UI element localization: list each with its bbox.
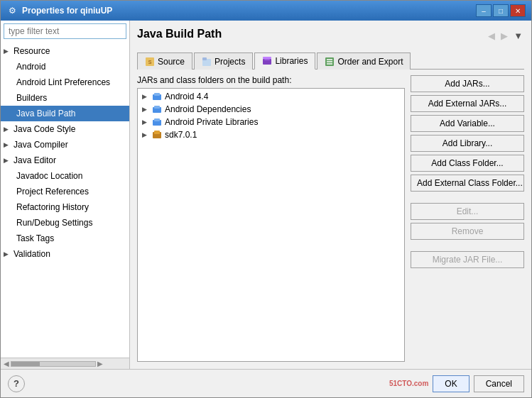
lib-item-android44[interactable]: ▶ Android 4.4 [139, 90, 403, 103]
main-panel: Java Build Path ◀ ▶ ▼ S Source [130, 21, 531, 369]
tab-libraries[interactable]: Libraries [254, 52, 315, 70]
tab-source-label: Source [158, 57, 185, 67]
sidebar-item-java-build-path[interactable]: Java Build Path [1, 106, 129, 121]
expand-arrow: ▶ [4, 248, 12, 260]
tree-container: ▶ Resource Android Android Lint Preferen… [1, 42, 129, 358]
add-class-folder-button[interactable]: Add Class Folder... [411, 155, 524, 172]
forward-button[interactable]: ▶ [499, 31, 509, 41]
list-section: JARs and class folders on the build path… [137, 75, 405, 362]
watermark: 51CTO.com [389, 380, 428, 387]
sidebar-item-label: Builders [16, 92, 47, 104]
sidebar-item-label: Android [16, 60, 45, 73]
sidebar-item-label: Java Code Style [13, 123, 75, 136]
minimize-button[interactable]: – [476, 4, 492, 17]
sidebar-item-validation[interactable]: ▶ Validation [1, 246, 129, 262]
add-external-jars-button[interactable]: Add External JARs... [411, 95, 524, 112]
sidebar-item-java-code-style[interactable]: ▶ Java Code Style [1, 121, 129, 137]
close-button[interactable]: ✕ [510, 4, 526, 17]
sidebar-item-run-debug[interactable]: Run/Debug Settings [1, 215, 129, 231]
title-bar: ⚙ Properties for qiniuUP – □ ✕ [1, 1, 531, 21]
lib-sdk-icon [152, 130, 162, 140]
nav-arrows: ◀ ▶ ▼ [487, 31, 524, 41]
panel-body: JARs and class folders on the build path… [137, 75, 524, 362]
migrate-jar-button[interactable]: Migrate JAR File... [411, 251, 524, 268]
sidebar-item-android[interactable]: Android [1, 59, 129, 74]
lib-item-android-deps[interactable]: ▶ Android Dependencies [139, 103, 403, 116]
expand-arrow: ▶ [4, 123, 12, 136]
add-library-button[interactable]: Add Library... [411, 135, 524, 152]
svg-rect-12 [154, 93, 160, 96]
projects-icon [202, 57, 212, 67]
expand-arrow: ▶ [4, 45, 12, 57]
dropdown-button[interactable]: ▼ [512, 31, 524, 41]
expand-arrow: ▶ [142, 93, 149, 100]
svg-text:S: S [148, 60, 152, 65]
lib-private-icon [152, 117, 162, 127]
sidebar-item-resource[interactable]: ▶ Resource [1, 43, 129, 59]
cancel-button[interactable]: Cancel [474, 375, 524, 392]
svg-rect-14 [154, 106, 160, 109]
buttons-section: Add JARs... Add External JARs... Add Var… [411, 75, 524, 362]
scroll-right-btn[interactable]: ▶ [97, 360, 103, 367]
tab-order-export-label: Order and Export [337, 57, 403, 67]
order-icon [325, 57, 335, 67]
lib-item-label: sdk7.0.1 [165, 130, 197, 140]
svg-rect-6 [263, 57, 271, 59]
remove-button[interactable]: Remove [411, 223, 524, 240]
sidebar: ▶ Resource Android Android Lint Preferen… [1, 21, 130, 369]
scroll-track[interactable] [11, 361, 96, 367]
tab-projects[interactable]: Projects [194, 52, 253, 70]
window-controls: – □ ✕ [476, 4, 526, 17]
expand-arrow: ▶ [4, 154, 12, 167]
bottom-bar: ? 51CTO.com OK Cancel [1, 369, 531, 397]
sidebar-item-java-compiler[interactable]: ▶ Java Compiler [1, 137, 129, 153]
sidebar-item-label: Run/Debug Settings [16, 216, 92, 229]
svg-rect-3 [202, 57, 207, 60]
window-icon: ⚙ [6, 5, 18, 16]
filter-input[interactable] [4, 23, 126, 39]
lib-deps-icon [152, 104, 162, 114]
lib-item-android-private[interactable]: ▶ Android Private Libraries [139, 116, 403, 128]
list-label: JARs and class folders on the build path… [137, 75, 405, 85]
sidebar-item-label: Java Compiler [13, 138, 68, 151]
expand-arrow: ▶ [142, 118, 149, 126]
lib-item-label: Android Dependencies [165, 104, 251, 114]
tab-order-export[interactable]: Order and Export [317, 52, 411, 70]
library-list[interactable]: ▶ Android 4.4 ▶ [137, 88, 405, 362]
edit-button[interactable]: Edit... [411, 203, 524, 220]
sidebar-item-task-tags[interactable]: Task Tags [1, 231, 129, 246]
svg-rect-18 [154, 131, 160, 134]
source-icon: S [145, 57, 155, 67]
sidebar-item-label: Task Tags [16, 232, 54, 245]
lib-item-label: Android Private Libraries [165, 117, 258, 127]
back-button[interactable]: ◀ [487, 31, 496, 41]
ok-button[interactable]: OK [433, 375, 469, 392]
libraries-icon [262, 56, 272, 66]
svg-rect-16 [154, 118, 160, 121]
page-title: Java Build Path [137, 28, 222, 40]
sidebar-item-label: Javadoc Location [16, 170, 82, 182]
add-variable-button[interactable]: Add Variable... [411, 115, 524, 132]
help-button[interactable]: ? [8, 375, 25, 392]
maximize-button[interactable]: □ [493, 4, 509, 17]
add-jars-button[interactable]: Add JARs... [411, 75, 524, 92]
window-title: Properties for qiniuUP [22, 6, 476, 16]
sidebar-item-builders[interactable]: Builders [1, 90, 129, 106]
sidebar-item-refactoring[interactable]: Refactoring History [1, 199, 129, 215]
sidebar-item-label: Refactoring History [16, 201, 89, 214]
sidebar-item-project-refs[interactable]: Project References [1, 184, 129, 199]
expand-arrow: ▶ [4, 138, 12, 151]
sidebar-item-java-editor[interactable]: ▶ Java Editor [1, 153, 129, 168]
lib-item-sdk[interactable]: ▶ sdk7.0.1 [139, 128, 403, 141]
scroll-left-btn[interactable]: ◀ [4, 360, 9, 367]
tab-libraries-label: Libraries [275, 56, 308, 66]
sidebar-item-javadoc[interactable]: Javadoc Location [1, 168, 129, 184]
tab-source[interactable]: S Source [137, 52, 192, 70]
add-external-class-folder-button[interactable]: Add External Class Folder... [411, 175, 524, 192]
expand-arrow: ▶ [142, 131, 149, 138]
sidebar-item-label: Android Lint Preferences [16, 76, 110, 89]
sidebar-scrollbar: ◀ ▶ [1, 358, 129, 369]
sidebar-item-android-lint[interactable]: Android Lint Preferences [1, 74, 129, 90]
lib-item-label: Android 4.4 [165, 92, 208, 101]
expand-arrow: ▶ [142, 106, 149, 113]
